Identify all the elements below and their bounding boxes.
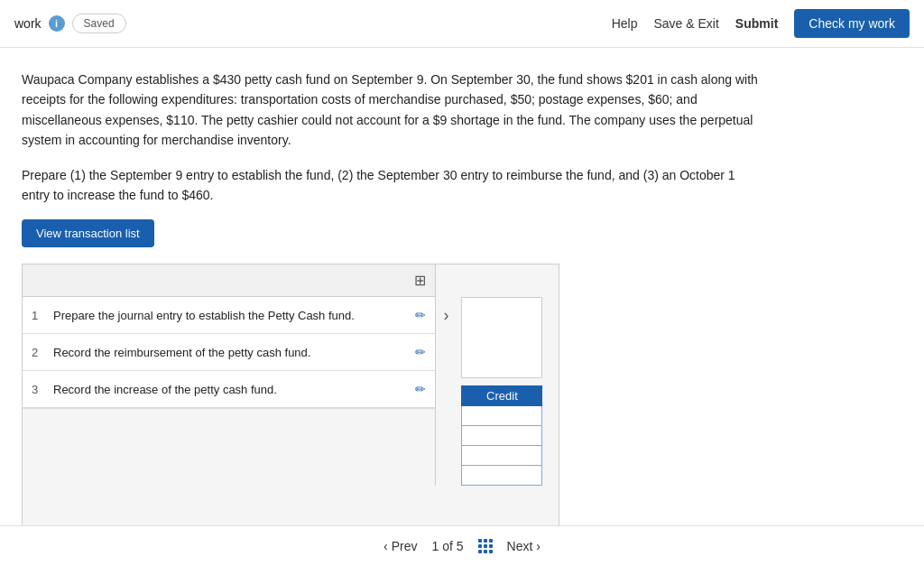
prev-chevron-icon: ‹ [383, 539, 388, 543]
task-row: 1 Prepare the journal entry to establish… [23, 297, 435, 334]
credit-header: Credit [461, 385, 542, 406]
app-title: work [14, 16, 42, 31]
page-info: 1 of 5 [431, 539, 463, 543]
grid-icon[interactable]: ⊞ [414, 272, 426, 289]
problem-text-2: Prepare (1) the September 9 entry to est… [22, 165, 762, 206]
task-num-3: 3 [32, 383, 46, 396]
journal-panel: › Credit [436, 264, 559, 486]
of-label: of [442, 539, 457, 543]
credit-row-1[interactable] [461, 406, 542, 426]
task-num-2: 2 [32, 346, 46, 359]
view-transaction-button[interactable]: View transaction list [22, 219, 154, 247]
task-label-2: Record the reimbursement of the petty ca… [53, 346, 408, 359]
edit-icon-1[interactable]: ✏ [415, 308, 426, 322]
topbar: work i Saved Help Save & Exit Submit Che… [0, 0, 924, 48]
topbar-left: work i Saved [14, 14, 126, 33]
task-num-1: 1 [32, 309, 46, 322]
next-button[interactable]: Next › [507, 539, 541, 543]
prev-button[interactable]: ‹ Prev [383, 539, 417, 543]
current-page: 1 [431, 539, 439, 543]
prev-label: Prev [392, 539, 418, 543]
task-list-header: ⊞ [23, 264, 435, 297]
task-label-3: Record the increase of the petty cash fu… [53, 383, 408, 396]
next-chevron-icon: › [536, 539, 541, 543]
task-footer [23, 408, 435, 480]
info-icon[interactable]: i [49, 15, 65, 32]
problem-text-1: Waupaca Company establishes a $430 petty… [22, 70, 762, 151]
check-my-work-button[interactable]: Check my work [794, 9, 910, 38]
task-label-1: Prepare the journal entry to establish t… [53, 309, 408, 322]
topbar-right: Help Save & Exit Submit Check my work [612, 9, 910, 38]
transaction-table: ⊞ 1 Prepare the journal entry to establi… [22, 264, 559, 543]
credit-row-3[interactable] [461, 446, 542, 466]
total-pages: 5 [457, 539, 464, 543]
save-exit-link[interactable]: Save & Exit [653, 16, 718, 31]
task-list-panel: ⊞ 1 Prepare the journal entry to establi… [23, 264, 436, 486]
main-content: Waupaca Company establishes a $430 petty… [0, 48, 924, 543]
submit-link[interactable]: Submit [735, 16, 778, 31]
edit-icon-3[interactable]: ✏ [415, 382, 426, 396]
journal-small-box [461, 297, 542, 378]
credit-row-2[interactable] [461, 426, 542, 446]
task-row-2: 2 Record the reimbursement of the petty … [23, 334, 435, 371]
next-label: Next [507, 539, 533, 543]
credit-section: Credit [461, 385, 559, 486]
table-inner: ⊞ 1 Prepare the journal entry to establi… [23, 264, 559, 486]
task-row-3: 3 Record the increase of the petty cash … [23, 371, 435, 408]
help-link[interactable]: Help [612, 16, 638, 31]
chevron-right-icon[interactable]: › [443, 306, 448, 325]
journal-inner: Credit [461, 297, 559, 486]
edit-icon-2[interactable]: ✏ [415, 345, 426, 359]
credit-row-4[interactable] [461, 466, 542, 486]
saved-badge: Saved [72, 14, 126, 33]
bottom-navigation: ‹ Prev 1 of 5 Next › [0, 525, 924, 543]
grid-dots-icon[interactable] [478, 539, 493, 543]
